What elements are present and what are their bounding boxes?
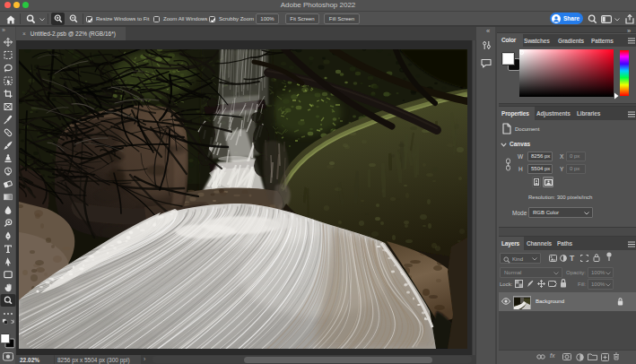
svg-text:»: »: [2, 27, 5, 33]
